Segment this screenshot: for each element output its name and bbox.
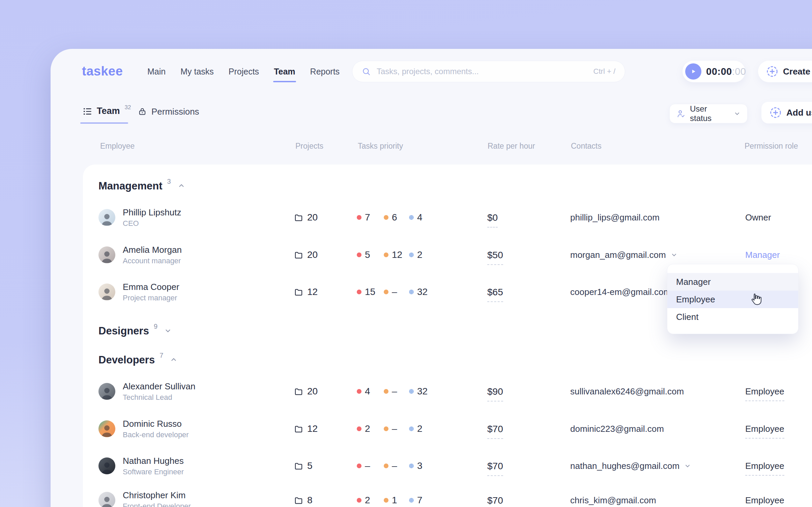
rate-value[interactable]: $70 <box>487 424 503 439</box>
permission-cell: Owner <box>745 199 771 236</box>
permission-dropdown-trigger[interactable]: Employee <box>745 495 784 507</box>
search-shortcut: Ctrl + / <box>593 67 615 76</box>
lock-icon <box>138 107 147 116</box>
projects-count: 12 <box>307 423 318 434</box>
priority-high-dot <box>357 215 361 220</box>
app-root: taskee Main My tasks Projects Team Repor… <box>0 0 812 507</box>
projects-cell: 12 <box>294 410 318 447</box>
employee-cell: Nathan HughesSoftware Engineer <box>98 447 184 484</box>
create-task-button[interactable]: Create task <box>758 61 812 82</box>
column-header-projects: Projects <box>295 142 323 151</box>
projects-cell: 20 <box>294 236 318 273</box>
email: phillip_lips@gmail.com <box>570 212 660 223</box>
priority-low-dot <box>409 389 414 394</box>
column-header-contacts: Contacts <box>571 142 602 151</box>
play-icon <box>690 68 697 75</box>
play-button[interactable] <box>685 63 701 80</box>
group-count: 7 <box>160 352 163 359</box>
contacts-cell: chris_kim@gmail.com <box>570 482 656 507</box>
permission-cell: Employee <box>745 482 784 507</box>
projects-count: 20 <box>307 386 318 397</box>
priority-high-cell: 4 <box>357 373 370 410</box>
search-input[interactable]: Tasks, projects, comments... Ctrl + / <box>352 61 625 82</box>
column-header-permission-role: Permission role <box>745 142 798 151</box>
priority-low-cell: 2 <box>409 410 423 447</box>
app-logo[interactable]: taskee <box>82 64 123 79</box>
nav-projects[interactable]: Projects <box>229 67 259 77</box>
contacts-cell: cooper14-em@gmail.com <box>570 273 671 310</box>
priority-low-dot <box>409 215 414 220</box>
tab-team[interactable]: Team 32 <box>83 107 131 116</box>
employee-name: Nathan Hughes <box>123 456 184 465</box>
priority-high-dot <box>357 389 361 394</box>
cursor-pointer-icon <box>749 292 763 307</box>
projects-cell: 20 <box>294 373 318 410</box>
user-status-button[interactable]: User status <box>669 104 748 123</box>
employee-cell: Alexander SullivanTechnical Lead <box>98 373 195 410</box>
dropdown-option-employee[interactable]: Employee <box>667 291 798 308</box>
folder-icon <box>294 461 303 471</box>
chevron-up-icon[interactable] <box>170 356 177 365</box>
permission-dropdown-trigger[interactable]: Employee <box>745 424 784 439</box>
chevron-up-icon[interactable] <box>178 182 185 191</box>
priority-high-dot <box>357 252 361 257</box>
contacts-cell: sullivanalex6246@gmail.com <box>570 373 684 410</box>
employee-role: Account manager <box>123 257 182 265</box>
employee-cell: Phillip LipshutzCEO <box>98 199 181 236</box>
column-header-rate: Rate per hour <box>488 142 535 151</box>
chevron-down-icon[interactable] <box>671 251 677 258</box>
priority-medium-dot <box>384 389 388 394</box>
rate-value[interactable]: $70 <box>487 461 503 476</box>
column-header-employee: Employee <box>100 142 135 151</box>
nav-reports[interactable]: Reports <box>310 67 340 77</box>
priority-medium-cell: 1 <box>384 482 397 507</box>
nav-main[interactable]: Main <box>147 67 166 77</box>
employee-name: Phillip Lipshutz <box>123 208 181 217</box>
employee-role: Front-end Developer <box>123 503 191 507</box>
search-placeholder: Tasks, projects, comments... <box>377 67 587 76</box>
folder-icon <box>294 424 303 434</box>
add-user-button[interactable]: Add user <box>761 102 812 123</box>
permission-dropdown-trigger[interactable]: Employee <box>745 386 784 401</box>
list-icon <box>83 107 92 116</box>
priority-high-dot <box>357 464 361 468</box>
permission-dropdown-trigger[interactable]: Manager <box>745 250 780 265</box>
employee-name: Amelia Morgan <box>123 245 182 254</box>
priority-medium-cell: – <box>384 410 397 447</box>
rate-value[interactable]: $65 <box>487 287 503 302</box>
priority-high-cell: 7 <box>357 199 370 236</box>
chevron-down-icon[interactable] <box>684 463 691 469</box>
priority-medium-cell: 12 <box>384 236 402 273</box>
nav-team[interactable]: Team <box>274 67 295 77</box>
dropdown-option-client[interactable]: Client <box>667 308 798 326</box>
user-status-label: User status <box>690 104 729 123</box>
projects-cell: 20 <box>294 199 318 236</box>
employee-name: Dominic Russo <box>123 419 189 428</box>
search-icon <box>362 67 371 76</box>
tab-team-label: Team <box>97 107 120 116</box>
timer-value: 00:00 <box>706 66 732 77</box>
priority-medium-dot <box>384 464 388 468</box>
nav-my-tasks[interactable]: My tasks <box>180 67 214 77</box>
employee-cell: Emma CooperProject manager <box>98 273 179 310</box>
contacts-cell: nathan_hughes@gmail.com <box>570 447 691 484</box>
rate-value[interactable]: $0 <box>487 212 498 228</box>
main-nav: Main My tasks Projects Team Reports <box>147 67 340 77</box>
dropdown-option-manager[interactable]: Manager <box>667 273 798 291</box>
tab-permissions[interactable]: Permissions <box>138 107 199 116</box>
rate-value[interactable]: $90 <box>487 386 503 401</box>
permission-cell: Employee <box>745 410 784 447</box>
rate-value[interactable]: $50 <box>487 250 503 265</box>
rate-cell: $70 <box>487 482 503 507</box>
chevron-down-icon[interactable] <box>164 327 172 336</box>
table-row: Phillip LipshutzCEO 20 7 6 4 $0 phillip_… <box>0 199 812 236</box>
table-row: Dominic RussoBack-end developer 12 2 – 2… <box>0 410 812 447</box>
rate-value[interactable]: $70 <box>487 495 503 507</box>
priority-high-dot <box>357 498 361 503</box>
timer-widget: 00:00 :00 <box>683 61 745 82</box>
employee-name: Emma Cooper <box>123 282 179 291</box>
create-task-label: Create task <box>783 66 812 77</box>
priority-low-dot <box>409 426 414 431</box>
rate-cell: $70 <box>487 447 503 484</box>
permission-dropdown-trigger[interactable]: Employee <box>745 461 784 476</box>
